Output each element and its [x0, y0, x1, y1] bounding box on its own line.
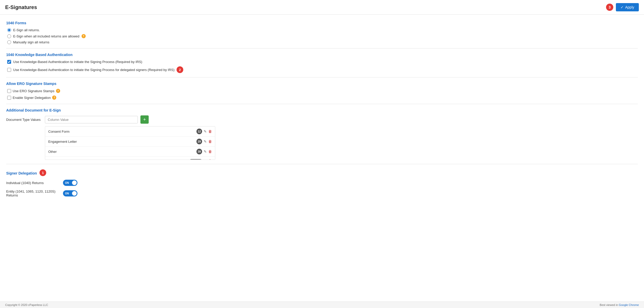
signer-label-individual: Individual (1040) Returns [6, 181, 58, 185]
apply-button[interactable]: ✓ Apply [616, 3, 639, 11]
esign-included-option[interactable]: E-Sign when all included returns are all… [7, 34, 638, 38]
toggle-individual[interactable]: ON [63, 180, 77, 186]
table-row: Consent Form 12 ✎ 🗑 [45, 127, 215, 137]
delete-other-icon[interactable]: 🗑 [208, 149, 212, 154]
doc-name-engagement: Engagement Letter [48, 140, 196, 144]
page-header: E-Signatures 3 ✓ Apply [0, 0, 644, 15]
use-ero-checkbox[interactable] [7, 89, 11, 93]
other-count: 39 [196, 149, 202, 154]
toggle-individual-thumb [72, 180, 77, 185]
signer-row-individual: Individual (1040) Returns ON [6, 180, 638, 186]
table-row: Other 39 ✎ 🗑 [45, 147, 215, 157]
page-title: E-Signatures [5, 4, 37, 10]
manually-sign-radio[interactable] [7, 40, 11, 44]
footer-browser-link[interactable]: Google Chrome [619, 303, 639, 306]
additional-doc-title: Additional Document for E-Sign [6, 108, 638, 112]
signer-row-entity: Entity (1041, 1065, 1120, 1120S) Returns… [6, 189, 638, 197]
toggle-entity-on-label: ON [65, 192, 69, 195]
engagement-count: 29 [196, 139, 202, 144]
kba-signing-option[interactable]: Use Knowledge-Based Authentication to in… [7, 60, 638, 64]
toggle-entity[interactable]: ON [63, 190, 77, 196]
table-row: Engagement Letter 29 ✎ 🗑 [45, 137, 215, 147]
ero-title: Allow ERO Signature Stamps [6, 82, 638, 86]
kba-section: 1040 Knowledge Based Authentication Use … [6, 53, 638, 73]
edit-engagement-icon[interactable]: ✎ [204, 139, 207, 144]
delete-engagement-icon[interactable]: 🗑 [208, 139, 212, 144]
edit-test-icon[interactable]: ✎ [204, 159, 207, 160]
forms-1040-title: 1040 Forms [6, 21, 638, 25]
main-content: 1040 Forms E-Sign all returns. E-Sign wh… [0, 15, 644, 206]
kba-checkbox-group: Use Knowledge-Based Authentication to in… [6, 60, 638, 73]
footer-copyright: Copyright © 2020 cPaperless LLC [5, 303, 48, 306]
doc-type-area: Document Type Values + Consent Form 12 ✎… [6, 115, 638, 160]
row-actions-other: 39 ✎ 🗑 [196, 149, 212, 154]
doc-name-test: Test [48, 159, 189, 160]
ero-checkbox-group: Use ERO Signature Stamps ? Enable Signer… [6, 89, 638, 100]
row-actions-consent: 12 ✎ 🗑 [196, 129, 212, 134]
use-ero-info-icon[interactable]: ? [56, 89, 60, 93]
signer-label-entity: Entity (1041, 1065, 1120, 1120S) Returns [6, 189, 58, 197]
signer-delegation-title: Signer Delegation [6, 171, 37, 175]
toggle-entity-thumb [72, 191, 77, 196]
enable-delegation-option[interactable]: Enable Signer Delegation ? [7, 96, 638, 100]
forms-1040-section: 1040 Forms E-Sign all returns. E-Sign wh… [6, 21, 638, 44]
toggle-individual-on-label: ON [65, 181, 69, 184]
apply-checkmark-icon: ✓ [621, 5, 624, 9]
page-footer: Copyright © 2020 cPaperless LLC Best vie… [0, 302, 644, 308]
esign-all-option[interactable]: E-Sign all returns. [7, 28, 638, 32]
row-actions-engagement: 29 ✎ 🗑 [196, 139, 212, 144]
doc-type-input-row: Document Type Values + [6, 115, 638, 124]
delete-test-icon[interactable]: 🗑 [208, 159, 212, 160]
esign-included-info-icon[interactable]: ? [82, 34, 86, 38]
manually-sign-option[interactable]: Manually sign all returns [7, 40, 638, 44]
add-doc-button[interactable]: + [140, 115, 149, 124]
kba-title: 1040 Knowledge Based Authentication [6, 53, 638, 57]
doc-name-consent: Consent Form [48, 130, 196, 133]
table-row: Test unused ✎ 🗑 [45, 157, 215, 160]
enable-delegation-checkbox[interactable] [7, 96, 11, 100]
kba-signing-checkbox[interactable] [7, 60, 11, 64]
additional-doc-section: Additional Document for E-Sign Document … [6, 108, 638, 160]
kba-delegated-checkbox[interactable] [7, 68, 11, 72]
column-value-input[interactable] [45, 116, 138, 123]
footer-best-viewed: Best viewed in Google Chrome [600, 303, 639, 306]
kba-delegated-option[interactable]: Use Knowledge-Based Authentication to in… [7, 68, 174, 72]
doc-name-other: Other [48, 150, 196, 154]
delete-consent-icon[interactable]: 🗑 [208, 129, 212, 133]
test-unused-badge: unused [189, 159, 202, 160]
enable-delegation-info-icon[interactable]: ? [52, 96, 56, 100]
step-badge: 3 [606, 4, 613, 11]
consent-count: 12 [196, 129, 202, 134]
edit-consent-icon[interactable]: ✎ [204, 129, 207, 133]
doc-table-wrapper[interactable]: Consent Form 12 ✎ 🗑 Engagement Letter 29… [45, 126, 215, 160]
ero-section: Allow ERO Signature Stamps Use ERO Signa… [6, 82, 638, 100]
signer-delegation-section: Signer Delegation 1 Individual (1040) Re… [6, 169, 638, 197]
kba-badge: 2 [177, 66, 183, 73]
use-ero-option[interactable]: Use ERO Signature Stamps ? [7, 89, 638, 93]
edit-other-icon[interactable]: ✎ [204, 149, 207, 154]
esign-included-radio[interactable] [7, 34, 11, 38]
forms-1040-radio-group: E-Sign all returns. E-Sign when all incl… [6, 28, 638, 44]
doc-type-label: Document Type Values [6, 118, 42, 122]
esign-all-radio[interactable] [7, 28, 11, 32]
row-actions-test: unused ✎ 🗑 [189, 159, 212, 160]
signer-delegation-badge: 1 [39, 169, 46, 176]
header-actions: 3 ✓ Apply [606, 3, 639, 11]
